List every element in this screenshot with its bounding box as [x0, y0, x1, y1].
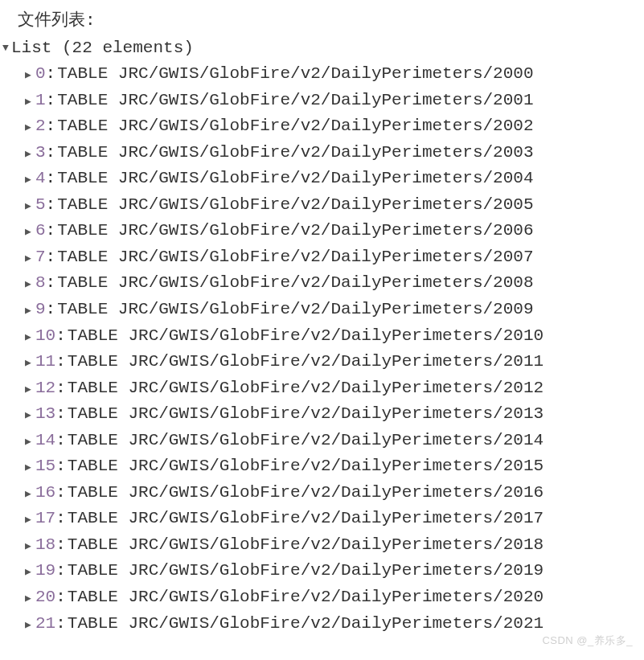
colon-separator: : — [55, 323, 66, 350]
list-item-index: 1 — [35, 88, 46, 114]
caret-right-icon: ▶ — [23, 382, 34, 398]
list-item[interactable]: ▶19: TABLE JRC/GWIS/GlobFire/v2/DailyPer… — [19, 558, 644, 584]
list-item-index: 7 — [35, 244, 46, 271]
colon-separator: : — [55, 584, 66, 611]
list-item[interactable]: ▶16: TABLE JRC/GWIS/GlobFire/v2/DailyPer… — [19, 480, 644, 506]
list-item[interactable]: ▶12: TABLE JRC/GWIS/GlobFire/v2/DailyPer… — [19, 375, 644, 402]
list-item[interactable]: ▶18: TABLE JRC/GWIS/GlobFire/v2/DailyPer… — [19, 532, 644, 559]
list-item[interactable]: ▶11: TABLE JRC/GWIS/GlobFire/v2/DailyPer… — [19, 349, 644, 375]
colon-separator: : — [46, 166, 56, 192]
list-item-value: TABLE JRC/GWIS/GlobFire/v2/DailyPerimete… — [57, 192, 533, 219]
list-item-value: TABLE JRC/GWIS/GlobFire/v2/DailyPerimete… — [68, 349, 544, 375]
caret-right-icon: ▶ — [23, 408, 34, 424]
list-item-value: TABLE JRC/GWIS/GlobFire/v2/DailyPerimete… — [68, 323, 544, 350]
list-item[interactable]: ▶21: TABLE JRC/GWIS/GlobFire/v2/DailyPer… — [19, 611, 644, 637]
list-item-value: TABLE JRC/GWIS/GlobFire/v2/DailyPerimete… — [68, 480, 544, 506]
caret-right-icon: ▶ — [23, 224, 34, 240]
colon-separator: : — [55, 349, 66, 375]
colon-separator: : — [55, 375, 66, 402]
list-item-index: 14 — [35, 428, 55, 454]
list-item[interactable]: ▶8: TABLE JRC/GWIS/GlobFire/v2/DailyPeri… — [19, 270, 644, 297]
list-header-text: List (22 elements) — [11, 35, 194, 62]
colon-separator: : — [46, 192, 56, 219]
list-item-value: TABLE JRC/GWIS/GlobFire/v2/DailyPerimete… — [57, 244, 533, 271]
caret-right-icon: ▶ — [23, 199, 34, 215]
list-item-index: 2 — [35, 113, 46, 140]
colon-separator: : — [55, 401, 66, 428]
list-item-index: 20 — [35, 584, 55, 611]
list-item-value: TABLE JRC/GWIS/GlobFire/v2/DailyPerimete… — [68, 611, 544, 637]
caret-right-icon: ▶ — [23, 564, 34, 580]
caret-right-icon: ▶ — [23, 277, 34, 293]
colon-separator: : — [55, 611, 66, 637]
colon-separator: : — [46, 61, 56, 88]
caret-right-icon: ▶ — [23, 68, 34, 84]
list-item[interactable]: ▶13: TABLE JRC/GWIS/GlobFire/v2/DailyPer… — [19, 401, 644, 428]
list-item[interactable]: ▶17: TABLE JRC/GWIS/GlobFire/v2/DailyPer… — [19, 506, 644, 532]
list-item-index: 6 — [35, 218, 46, 244]
list-item-index: 0 — [35, 61, 46, 88]
list-item-value: TABLE JRC/GWIS/GlobFire/v2/DailyPerimete… — [68, 532, 544, 559]
caret-right-icon: ▶ — [23, 486, 34, 502]
colon-separator: : — [46, 270, 56, 297]
list-item[interactable]: ▶4: TABLE JRC/GWIS/GlobFire/v2/DailyPeri… — [19, 166, 644, 192]
list-item-value: TABLE JRC/GWIS/GlobFire/v2/DailyPerimete… — [68, 558, 544, 584]
caret-right-icon: ▶ — [23, 146, 34, 162]
list-item-index: 15 — [35, 453, 55, 480]
list-item[interactable]: ▶9: TABLE JRC/GWIS/GlobFire/v2/DailyPeri… — [19, 297, 644, 323]
caret-right-icon: ▶ — [23, 512, 34, 528]
list-item-index: 10 — [35, 323, 55, 350]
colon-separator: : — [46, 218, 56, 244]
list-item[interactable]: ▶10: TABLE JRC/GWIS/GlobFire/v2/DailyPer… — [19, 323, 644, 350]
colon-separator: : — [46, 297, 56, 323]
list-item-value: TABLE JRC/GWIS/GlobFire/v2/DailyPerimete… — [68, 584, 544, 611]
list-item-value: TABLE JRC/GWIS/GlobFire/v2/DailyPerimete… — [68, 428, 544, 454]
list-item-index: 19 — [35, 558, 55, 584]
list-item-value: TABLE JRC/GWIS/GlobFire/v2/DailyPerimete… — [57, 166, 533, 192]
list-item-index: 18 — [35, 532, 55, 559]
list-item-value: TABLE JRC/GWIS/GlobFire/v2/DailyPerimete… — [57, 113, 533, 140]
list-item-index: 4 — [35, 166, 46, 192]
colon-separator: : — [46, 88, 56, 114]
list-items-container: ▶0: TABLE JRC/GWIS/GlobFire/v2/DailyPeri… — [0, 61, 644, 637]
caret-right-icon: ▶ — [23, 251, 34, 267]
colon-separator: : — [55, 453, 66, 480]
caret-right-icon: ▶ — [23, 460, 34, 476]
list-item[interactable]: ▶1: TABLE JRC/GWIS/GlobFire/v2/DailyPeri… — [19, 88, 644, 114]
list-item-value: TABLE JRC/GWIS/GlobFire/v2/DailyPerimete… — [57, 88, 533, 114]
list-item-index: 12 — [35, 375, 55, 402]
list-item[interactable]: ▶6: TABLE JRC/GWIS/GlobFire/v2/DailyPeri… — [19, 218, 644, 244]
colon-separator: : — [55, 506, 66, 532]
list-item-value: TABLE JRC/GWIS/GlobFire/v2/DailyPerimete… — [68, 375, 544, 402]
list-item[interactable]: ▶20: TABLE JRC/GWIS/GlobFire/v2/DailyPer… — [19, 584, 644, 611]
caret-right-icon: ▶ — [23, 172, 34, 188]
list-item-index: 9 — [35, 297, 46, 323]
page-title: 文件列表: — [0, 8, 644, 35]
caret-right-icon: ▶ — [23, 434, 34, 450]
list-item-index: 21 — [35, 611, 55, 637]
list-item-value: TABLE JRC/GWIS/GlobFire/v2/DailyPerimete… — [68, 401, 544, 428]
list-header[interactable]: ▼ List (22 elements) — [0, 35, 644, 62]
list-item-index: 13 — [35, 401, 55, 428]
caret-right-icon: ▶ — [23, 539, 34, 555]
list-item-index: 17 — [35, 506, 55, 532]
caret-down-icon: ▼ — [0, 40, 11, 56]
caret-right-icon: ▶ — [23, 330, 34, 346]
list-item-index: 5 — [35, 192, 46, 219]
list-item[interactable]: ▶2: TABLE JRC/GWIS/GlobFire/v2/DailyPeri… — [19, 113, 644, 140]
list-item-index: 11 — [35, 349, 55, 375]
list-item[interactable]: ▶15: TABLE JRC/GWIS/GlobFire/v2/DailyPer… — [19, 453, 644, 480]
colon-separator: : — [46, 140, 56, 166]
list-item[interactable]: ▶3: TABLE JRC/GWIS/GlobFire/v2/DailyPeri… — [19, 140, 644, 166]
list-item-value: TABLE JRC/GWIS/GlobFire/v2/DailyPerimete… — [68, 453, 544, 480]
caret-right-icon: ▶ — [23, 355, 34, 371]
list-item-value: TABLE JRC/GWIS/GlobFire/v2/DailyPerimete… — [57, 297, 533, 323]
list-item[interactable]: ▶14: TABLE JRC/GWIS/GlobFire/v2/DailyPer… — [19, 428, 644, 454]
list-item[interactable]: ▶5: TABLE JRC/GWIS/GlobFire/v2/DailyPeri… — [19, 192, 644, 219]
list-item-value: TABLE JRC/GWIS/GlobFire/v2/DailyPerimete… — [68, 506, 544, 532]
list-item-index: 3 — [35, 140, 46, 166]
list-item[interactable]: ▶7: TABLE JRC/GWIS/GlobFire/v2/DailyPeri… — [19, 244, 644, 271]
list-item[interactable]: ▶0: TABLE JRC/GWIS/GlobFire/v2/DailyPeri… — [19, 61, 644, 88]
list-item-value: TABLE JRC/GWIS/GlobFire/v2/DailyPerimete… — [57, 218, 533, 244]
list-item-index: 16 — [35, 480, 55, 506]
